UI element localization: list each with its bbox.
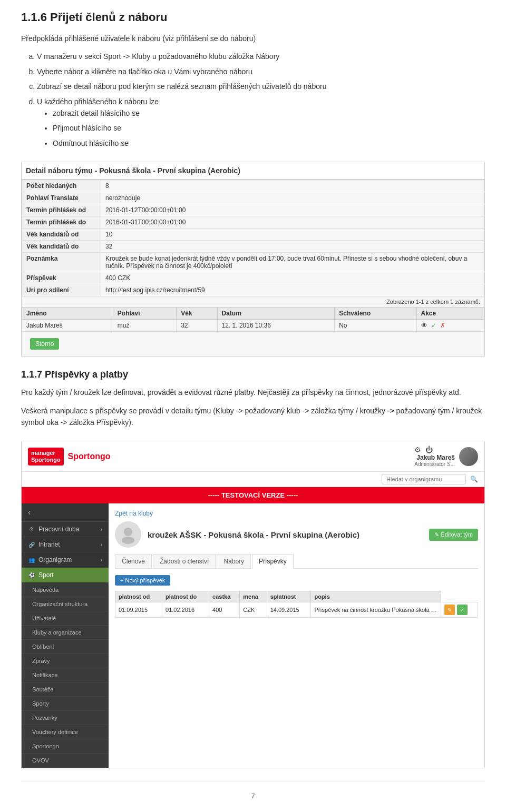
user-name: Jakub Mareš bbox=[414, 454, 455, 461]
tab-prispevky[interactable]: Příspěvky bbox=[252, 554, 294, 569]
cell-akce[interactable]: 👁 ✓ ✗ bbox=[416, 320, 484, 332]
sidebar-item-ovov[interactable]: OVOV bbox=[22, 754, 109, 768]
tab-clenove[interactable]: Členové bbox=[115, 554, 152, 568]
section2-para1: Pro každý tým / kroužek lze definovat, p… bbox=[21, 387, 485, 398]
sidebar-item-pracovni-doba[interactable]: ⏱ Pracovní doba › bbox=[22, 522, 109, 537]
column-header: mena bbox=[240, 591, 267, 602]
sidebar-item-intranet[interactable]: 🔗 Intranet › bbox=[22, 537, 109, 552]
sidebar-item-souteze[interactable]: Soutěže bbox=[22, 682, 109, 697]
field-value: 2016-01-12T00:00:00+01:00 bbox=[101, 204, 484, 216]
tabs: Členové Žádosti o členství Nábory Příspě… bbox=[115, 554, 478, 569]
back-link[interactable]: Zpět na kluby bbox=[115, 510, 478, 517]
page-number: 7 bbox=[251, 792, 255, 800]
sidebar-item-org-struktura[interactable]: Organizační struktura bbox=[22, 597, 109, 611]
tab-nabory[interactable]: Nábory bbox=[217, 554, 251, 568]
cell-mena: CZK bbox=[240, 602, 267, 618]
step-item: Zobrazí se detail náboru pod kterým se n… bbox=[37, 81, 485, 92]
clock-icon: ⏱ bbox=[28, 526, 35, 533]
storno-button[interactable]: Storno bbox=[30, 338, 59, 350]
table-row: 01.09.2015 01.02.2016 400 CZK 14.09.2015… bbox=[115, 602, 478, 618]
gear-icon[interactable]: ⚙ bbox=[414, 445, 421, 454]
header-icons: ⚙ ⏻ bbox=[414, 445, 455, 454]
step-item: Vyberte nábor a klikněte na tlačítko oka… bbox=[37, 66, 485, 77]
cell-castka: 400 bbox=[209, 602, 240, 618]
field-value: 400 CZK bbox=[101, 272, 484, 284]
section2-para2: Veškerá manipulace s příspěvky se provád… bbox=[21, 405, 485, 429]
sidebar-item-sporty[interactable]: Sporty bbox=[22, 697, 109, 711]
cell-platnost-do: 01.02.2016 bbox=[162, 602, 209, 618]
field-label: Pohlaví Translate bbox=[22, 192, 101, 204]
column-header: castka bbox=[209, 591, 240, 602]
records-info: Zobrazeno 1-1 z celkem 1 záznamů. bbox=[22, 296, 484, 307]
table-row: Termín přihlášek od2016-01-12T00:00:00+0… bbox=[22, 204, 484, 216]
org-icon: 👥 bbox=[28, 556, 35, 563]
team-title: kroužek AŠSK - Pokusná škola - První sku… bbox=[148, 530, 359, 539]
column-header: platnost od bbox=[115, 591, 162, 602]
sidebar-sub-menu: Nápověda Organizační struktura Uživatelé… bbox=[22, 583, 109, 768]
table-row: Věk kandidátů do32 bbox=[22, 241, 484, 253]
field-label: Poznámka bbox=[22, 253, 101, 272]
user-role: Administrator S... bbox=[414, 461, 455, 467]
svg-point-1 bbox=[122, 537, 134, 544]
edit-action-button[interactable]: ✎ bbox=[444, 605, 455, 615]
app-body: ‹ ⏱ Pracovní doba › 🔗 Intranet › 👥 Organ… bbox=[22, 503, 484, 768]
column-header: platnost do bbox=[162, 591, 209, 602]
section-title: 1.1.6 Přijetí členů z náboru bbox=[21, 11, 485, 24]
field-value: nerozhoduje bbox=[101, 192, 484, 204]
contrib-table: platnost odplatnost docastkamenasplatnos… bbox=[115, 591, 478, 618]
detail-title: Detail náboru týmu - Pokusná škola - Prv… bbox=[22, 162, 484, 180]
sidebar-item-label: Pracovní doba bbox=[38, 526, 79, 533]
power-icon[interactable]: ⏻ bbox=[425, 445, 433, 454]
table-row: Uri pro sdíleníhttp://test.sog.ipis.cz/r… bbox=[22, 284, 484, 296]
field-value: 2016-01-31T00:00:00+01:00 bbox=[101, 216, 484, 229]
app-screenshot: manager Sportongo Sportongo ⚙ ⏻ Jakub Ma… bbox=[21, 441, 485, 768]
field-label: Příspěvek bbox=[22, 272, 101, 284]
bullet-item: Přijmout hlásícího se bbox=[53, 122, 485, 134]
search-icon[interactable]: 🔍 bbox=[470, 476, 478, 483]
app-user: ⚙ ⏻ Jakub Mareš Administrator S... bbox=[414, 445, 478, 467]
sport-icon: ⚽ bbox=[28, 571, 35, 579]
field-value: 10 bbox=[101, 229, 484, 241]
team-header-left: kroužek AŠSK - Pokusná škola - První sku… bbox=[115, 521, 359, 548]
edit-team-button[interactable]: ✎ Editovat tým bbox=[429, 529, 478, 541]
sidebar-item-sport[interactable]: ⚽ Sport bbox=[22, 568, 109, 583]
sidebar-item-uzivatele[interactable]: Uživatelé bbox=[22, 611, 109, 626]
field-value: 32 bbox=[101, 241, 484, 253]
table-row: Příspěvek400 CZK bbox=[22, 272, 484, 284]
sidebar-item-pozvanky[interactable]: Pozvanky bbox=[22, 711, 109, 725]
sidebar-item-sportongo[interactable]: Sportongo bbox=[22, 739, 109, 754]
search-input[interactable] bbox=[382, 474, 466, 484]
sidebar-item-label: Organigram bbox=[38, 556, 72, 563]
sidebar-item-oblibeni[interactable]: Oblíbení bbox=[22, 640, 109, 654]
cell-jmeno: Jakub Mareš bbox=[22, 320, 113, 332]
bullet-item: zobrazit detail hlásícího se bbox=[53, 107, 485, 119]
field-label: Uri pro sdílení bbox=[22, 284, 101, 296]
field-value: http://test.sog.ipis.cz/recruitment/59 bbox=[101, 284, 484, 296]
table-row: Počet hledaných8 bbox=[22, 180, 484, 192]
sidebar-item-zpravy[interactable]: Zprávy bbox=[22, 654, 109, 668]
view-icon[interactable]: 👁 bbox=[421, 322, 427, 329]
tab-zadosti[interactable]: Žádosti o členství bbox=[153, 554, 216, 568]
sidebar-item-notifikace[interactable]: Notifikace bbox=[22, 668, 109, 682]
sidebar-item-vouchery[interactable]: Vouchery definice bbox=[22, 725, 109, 739]
table-row: Termín přihlášek do2016-01-31T00:00:00+0… bbox=[22, 216, 484, 229]
sidebar-item-kluby[interactable]: Kluby a organizace bbox=[22, 626, 109, 640]
new-prispevek-button[interactable]: + Nový příspěvek bbox=[115, 575, 170, 586]
accept-icon[interactable]: ✓ bbox=[431, 322, 436, 329]
reject-icon[interactable]: ✗ bbox=[440, 322, 445, 329]
test-banner: ----- TESTOVACÍ VERZE ----- bbox=[22, 487, 484, 503]
link-icon: 🔗 bbox=[28, 541, 35, 548]
cell-actions[interactable]: ✎ ✓ bbox=[441, 602, 478, 618]
sidebar-item-label: Intranet bbox=[38, 541, 60, 548]
sidebar-toggle[interactable]: ‹ bbox=[22, 503, 109, 522]
cell-platnost-od: 01.09.2015 bbox=[115, 602, 162, 618]
table-row: Pohlaví Translatenerozhoduje bbox=[22, 192, 484, 204]
section2-title: 1.1.7 Příspěvky a platby bbox=[21, 369, 485, 380]
column-header: Schváleno bbox=[335, 308, 416, 320]
sidebar-item-napoveda[interactable]: Nápověda bbox=[22, 583, 109, 597]
check-action-button[interactable]: ✓ bbox=[457, 605, 468, 615]
chevron-right-icon: › bbox=[101, 542, 102, 548]
column-header: Pohlaví bbox=[113, 308, 176, 320]
sidebar-item-organigram[interactable]: 👥 Organigram › bbox=[22, 552, 109, 568]
app-logo: manager Sportongo Sportongo bbox=[28, 448, 110, 466]
